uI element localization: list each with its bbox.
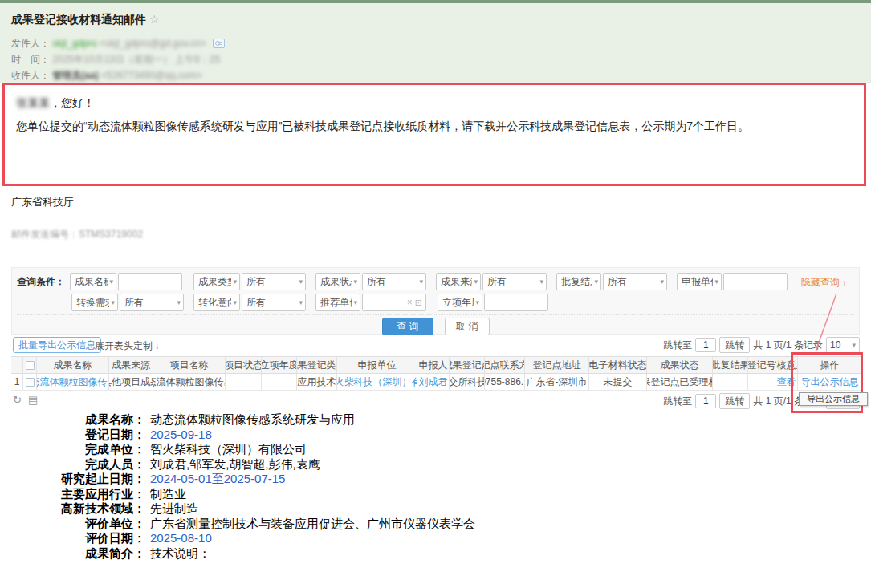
filter-select[interactable]: 成果来源▾	[436, 273, 481, 290]
detail-row: 研究起止日期：2024-05-01至2025-07-15	[0, 472, 610, 487]
chevron-down-icon: ▾	[299, 278, 303, 286]
detail-label: 完成单位：	[0, 442, 145, 457]
detail-label: 登记日期：	[0, 428, 145, 443]
filter-select[interactable]: 成果名称▾	[70, 273, 116, 290]
page-number-input[interactable]	[695, 394, 716, 408]
goto-button[interactable]: 跳转	[719, 393, 750, 409]
row-checkbox[interactable]	[26, 378, 35, 387]
detail-value: 2025-09-18	[150, 428, 212, 443]
filter-select[interactable]: 推荐单位▾	[315, 294, 360, 311]
detail-row: 登记日期：2025-09-18	[0, 428, 610, 443]
signature: 广东省科技厅	[11, 195, 74, 209]
record-summary: 共 1 页/1 条记录	[753, 339, 823, 352]
detail-value: 2025-08-10	[150, 531, 212, 546]
detail-row: 评价日期：2025-08-10	[0, 531, 610, 546]
detail-value: 智火柴科技（深圳）有限公司	[150, 442, 307, 457]
detail-label: 主要应用行业：	[0, 487, 145, 502]
filter-select[interactable]: 批复结果▾	[556, 273, 601, 290]
star-icon[interactable]: ☆	[149, 13, 160, 26]
cell-link[interactable]: 查看	[775, 374, 798, 390]
chevron-down-icon: ▾	[594, 278, 598, 286]
detail-label: 成果简介：	[0, 546, 145, 562]
greeting-name: 张某某	[16, 96, 50, 109]
filter-select[interactable]: 转换需求意▾	[71, 294, 118, 311]
goto-label: 跳转至	[663, 395, 692, 408]
column-header: 申报人	[417, 357, 450, 373]
filter-select-label: 成果状态	[320, 275, 352, 289]
filter-select[interactable]: 所有▾	[120, 294, 184, 311]
to-label: 收件人：	[11, 70, 50, 81]
arrow-up-icon: ↑	[842, 278, 846, 287]
column-header: 批复结果	[713, 357, 748, 373]
cell-link[interactable]: 智火柴科技（深圳）有...	[337, 374, 417, 390]
cancel-button[interactable]: 取 消	[445, 318, 490, 335]
batch-export-button[interactable]: 批量导出公示信息	[13, 337, 101, 353]
page-size-select[interactable]: 10▾	[826, 337, 860, 353]
divider	[17, 314, 854, 315]
filter-input[interactable]	[118, 273, 182, 290]
cell-text: 广东省-深圳市	[525, 374, 589, 390]
clear-icon[interactable]: ×	[407, 297, 413, 308]
filter-select[interactable]: 所有▾	[242, 273, 306, 290]
detail-label: 高新技术领域：	[0, 501, 145, 517]
filter-select[interactable]: 转化意向标▾	[193, 294, 240, 311]
chevron-down-icon: ▾	[475, 298, 479, 306]
contact-card-icon[interactable]	[213, 39, 225, 48]
filter-select[interactable]: 所有▾	[603, 273, 667, 290]
cell-link[interactable]: 动态流体颗粒图像传感...	[37, 374, 109, 390]
detail-value: 2024-05-01至2025-07-15	[150, 472, 285, 487]
email-subject: 成果登记接收材料通知邮件☆	[11, 13, 160, 27]
to-name: 管理员(aa)	[52, 70, 98, 81]
cell-link[interactable]: 导出公示信息	[798, 374, 862, 390]
column-header: 成果登记类型	[297, 357, 337, 373]
goto-button[interactable]: 跳转	[719, 337, 750, 353]
filter-select-label: 所有	[246, 275, 297, 289]
refresh-icon[interactable]: ↻	[13, 394, 22, 406]
chevron-down-icon: ▾	[299, 298, 303, 306]
goto-label: 跳转至	[663, 339, 692, 352]
filter-input[interactable]	[484, 294, 548, 311]
filter-select[interactable]: 所有▾	[362, 273, 426, 290]
filter-select-label: 转化意向标	[198, 296, 231, 310]
search-button[interactable]: 查 询	[382, 318, 433, 335]
page-number-input[interactable]	[695, 338, 716, 352]
query-row-2: 转换需求意▾所有▾转化意向标▾所有▾推荐单位▾×⊡立项年度▾	[17, 294, 550, 311]
org-picker-icon[interactable]: ⊡	[415, 298, 422, 308]
select-all-checkbox[interactable]	[26, 361, 35, 370]
cell-text	[262, 374, 297, 390]
detail-row: 成果名称：动态流体颗粒图像传感系统研发与应用	[0, 412, 610, 428]
chevron-down-icon: ▾	[233, 278, 237, 286]
detail-value: 广东省测量控制技术与装备应用促进会、广州市仪器仪表学会	[150, 517, 475, 532]
expand-header-custom-link[interactable]: 展开表头定制 ↓	[95, 339, 159, 353]
header-checkbox-cell	[23, 357, 37, 373]
export-grid-icon[interactable]: ▤	[28, 394, 38, 406]
filter-select[interactable]: 所有▾	[242, 294, 306, 311]
detail-row: 主要应用行业：制造业	[0, 487, 610, 502]
detail-label: 完成人员：	[0, 457, 145, 472]
detail-value: 刘成君,邹军发,胡智超,彭伟,袁鹰	[150, 457, 320, 472]
results-toolbar: 批量导出公示信息 展开表头定制 ↓ 跳转至 跳转 共 1 页/1 条记录 10▾	[11, 337, 860, 355]
cell-text: 动态流体颗粒图像传感...	[153, 374, 226, 390]
email-time-row: 时 间： 2025年10月13日（星期一） 上午9：25	[11, 53, 220, 67]
detail-value: 制造业	[150, 487, 186, 502]
cell-text	[713, 374, 748, 390]
chevron-down-icon: ▾	[852, 341, 856, 349]
filter-input-org[interactable]: ×⊡	[362, 294, 426, 311]
cell-link[interactable]: 刘成君	[417, 374, 450, 390]
column-header: 项目状态	[226, 357, 262, 373]
filter-select[interactable]: 申报单位▾	[677, 273, 722, 290]
cell-text: 0755-886...	[485, 374, 525, 390]
filter-select[interactable]: 立项年度▾	[438, 294, 482, 311]
column-header: 立项年度	[262, 357, 297, 373]
hide-query-link[interactable]: 隐藏查询 ↑	[801, 276, 846, 290]
filter-select-label: 转换需求意	[76, 296, 109, 310]
annotation-box-email-body	[2, 83, 866, 186]
filter-input[interactable]	[723, 273, 788, 290]
export-tooltip: 导出公示信息	[799, 392, 868, 406]
chevron-down-icon: ▾	[353, 298, 357, 306]
column-header: 成果状态	[647, 357, 713, 373]
filter-select[interactable]: 所有▾	[482, 273, 547, 290]
from-label: 发件人：	[11, 38, 50, 49]
filter-select[interactable]: 成果类型▾	[193, 273, 240, 290]
filter-select[interactable]: 成果状态▾	[315, 273, 360, 290]
